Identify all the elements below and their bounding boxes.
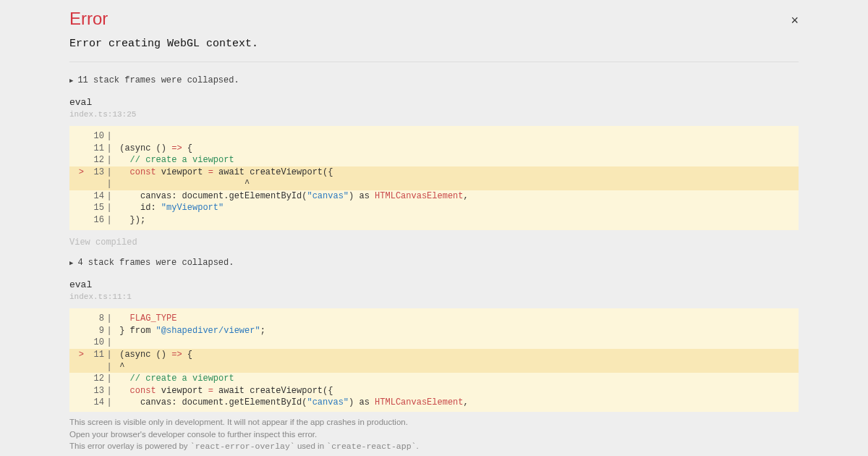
code-line: 10|: [69, 130, 799, 143]
code-line: 14| canvas: document.getElementById("can…: [69, 190, 799, 203]
frame-function: eval: [69, 97, 799, 108]
code-line: | ^: [69, 178, 799, 190]
code-line: 9| } from "@shapediver/viewer";: [69, 325, 799, 337]
code-line: 8| FLAG_TYPE: [69, 313, 799, 325]
footer-line: This error overlay is powered by `react-…: [69, 440, 799, 453]
code-line: 12| // create a viewport: [69, 373, 799, 385]
code-line: | ^: [69, 361, 799, 373]
close-icon[interactable]: ×: [791, 13, 799, 28]
divider: [69, 62, 799, 62]
code-line: 12| // create a viewport: [69, 154, 799, 166]
view-compiled-link[interactable]: View compiled: [69, 237, 799, 248]
triangle-right-icon: ▶: [69, 77, 73, 85]
code-line: 15| id: "myViewport": [69, 202, 799, 214]
frame-location: index.ts:13:25: [69, 110, 799, 119]
code-snippet: 8| FLAG_TYPE9| } from "@shapediver/viewe…: [69, 308, 799, 413]
code-snippet: 10| 11| (async () => {12| // create a vi…: [69, 126, 799, 230]
error-title: Error: [69, 9, 799, 29]
frame-location: index.ts:11:1: [69, 292, 799, 301]
error-overlay: Error Error creating WebGL context. ▶ 11…: [0, 0, 868, 413]
footer: This screen is visible only in developme…: [0, 412, 868, 456]
collapsed-frames-2[interactable]: ▶ 4 stack frames were collapsed.: [69, 258, 799, 268]
code-line: 16| });: [69, 214, 799, 227]
code-line: 13| const viewport = await createViewpor…: [69, 385, 799, 397]
code-line: 10|: [69, 337, 799, 349]
code-line: 14| canvas: document.getElementById("can…: [69, 397, 799, 409]
collapsed-frames-1[interactable]: ▶ 11 stack frames were collapsed.: [69, 75, 799, 85]
code-line: >13| const viewport = await createViewpo…: [69, 166, 799, 179]
frame-function: eval: [69, 279, 799, 290]
code-line: >11| (async () => {: [69, 349, 799, 361]
triangle-right-icon: ▶: [69, 259, 73, 267]
code-line: 11| (async () => {: [69, 143, 799, 155]
footer-line: This screen is visible only in developme…: [69, 416, 799, 428]
collapsed-frames-label: 11 stack frames were collapsed.: [77, 75, 239, 85]
error-message: Error creating WebGL context.: [69, 38, 799, 50]
collapsed-frames-label: 4 stack frames were collapsed.: [77, 258, 234, 268]
footer-line: Open your browser's developer console to…: [69, 428, 799, 441]
